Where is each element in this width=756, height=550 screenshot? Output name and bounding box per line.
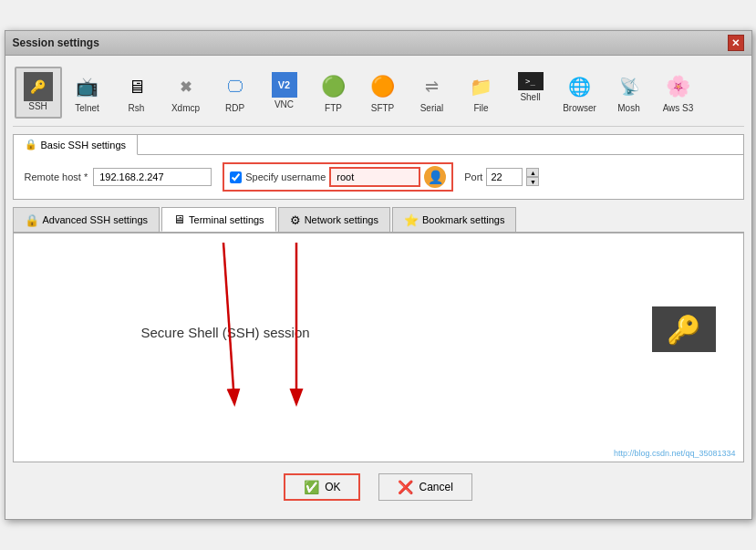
rsh-icon: 🖥	[122, 72, 151, 101]
key-icon: 🔑	[667, 314, 700, 346]
port-decrement-button[interactable]: ▼	[526, 177, 539, 186]
title-bar: Session settings ✕	[5, 31, 751, 56]
protocol-file-label: File	[473, 103, 488, 113]
svg-line-1	[223, 243, 234, 402]
specify-username-checkbox[interactable]	[230, 171, 242, 183]
window-body: 🔑 SSH 📺 Telnet 🖥 Rsh ✖ Xdmcp 🖵 RDP V2	[5, 56, 751, 519]
advanced-ssh-tab-icon: 🔒	[25, 213, 39, 227]
content-inner: Secure Shell (SSH) session 🔑	[14, 233, 743, 462]
serial-icon: ⇌	[418, 72, 447, 101]
advanced-ssh-tab-label: Advanced SSH settings	[43, 214, 149, 225]
protocol-telnet-label: Telnet	[75, 103, 99, 113]
user-icon-button[interactable]: 👤	[424, 166, 446, 188]
protocol-mosh[interactable]: 📡 Mosh	[606, 67, 653, 119]
session-settings-window: Session settings ✕ 🔑 SSH 📺 Telnet 🖥 Rsh …	[5, 30, 752, 520]
specify-username-label: Specify username	[245, 171, 326, 182]
protocol-ftp[interactable]: 🟢 FTP	[310, 67, 357, 119]
basic-settings-tabs: 🔒 Basic SSH settings	[14, 135, 743, 155]
cancel-label: Cancel	[419, 481, 452, 493]
port-spinner: ▲ ▼	[526, 168, 539, 186]
protocol-serial[interactable]: ⇌ Serial	[409, 67, 456, 119]
network-tab-label: Network settings	[305, 214, 378, 225]
ok-icon: ✅	[304, 480, 319, 494]
protocol-xdmcp-label: Xdmcp	[171, 103, 200, 113]
basic-settings-content: Remote host * Specify username 👤 Port ▲ …	[14, 155, 743, 199]
protocol-file[interactable]: 📁 File	[458, 67, 505, 119]
ssh-icon: 🔑	[24, 72, 53, 101]
protocol-awss3[interactable]: 🌸 Aws S3	[655, 67, 702, 119]
protocol-ssh-label: SSH	[28, 101, 47, 111]
button-bar: ✅ OK ❌ Cancel	[13, 462, 744, 512]
protocol-rsh-label: Rsh	[129, 103, 145, 113]
xdmcp-icon: ✖	[171, 72, 201, 101]
cancel-button[interactable]: ❌ Cancel	[378, 473, 471, 501]
protocol-shell[interactable]: >_ Shell	[507, 67, 554, 119]
shell-icon: >_	[518, 72, 544, 90]
remote-host-label: Remote host *	[25, 171, 88, 182]
port-label: Port	[464, 171, 482, 182]
network-tab-icon: ⚙	[290, 213, 301, 227]
arrows-svg	[14, 233, 743, 462]
protocol-awss3-label: Aws S3	[663, 103, 694, 113]
protocol-xdmcp[interactable]: ✖ Xdmcp	[162, 67, 210, 119]
port-increment-button[interactable]: ▲	[526, 168, 539, 177]
tab-bookmark[interactable]: ⭐ Bookmark settings	[392, 207, 516, 232]
terminal-tab-label: Terminal settings	[189, 214, 264, 225]
protocol-rdp-label: RDP	[225, 103, 244, 113]
browser-icon: 🌐	[565, 72, 595, 101]
protocol-telnet[interactable]: 📺 Telnet	[64, 67, 111, 119]
remote-host-input[interactable]	[93, 168, 212, 186]
telnet-icon: 📺	[73, 72, 102, 101]
cancel-icon: ❌	[398, 480, 413, 494]
protocol-ftp-label: FTP	[325, 103, 342, 113]
bookmark-tab-label: Bookmark settings	[422, 214, 504, 225]
protocol-toolbar: 🔑 SSH 📺 Telnet 🖥 Rsh ✖ Xdmcp 🖵 RDP V2	[13, 63, 744, 127]
file-icon: 📁	[467, 72, 496, 101]
protocol-vnc[interactable]: V2 VNC	[261, 67, 308, 119]
basic-ssh-settings-panel: 🔒 Basic SSH settings Remote host * Speci…	[13, 134, 744, 200]
ok-button[interactable]: ✅ OK	[284, 473, 360, 501]
protocol-ssh[interactable]: 🔑 SSH	[15, 67, 62, 119]
close-button[interactable]: ✕	[728, 35, 744, 51]
protocol-sftp-label: SFTP	[371, 103, 395, 113]
port-input[interactable]	[486, 168, 523, 186]
sftp-icon: 🟠	[368, 72, 398, 101]
protocol-sftp[interactable]: 🟠 SFTP	[359, 67, 407, 119]
mosh-icon: 📡	[615, 72, 644, 101]
ssh-session-label: Secure Shell (SSH) session	[141, 325, 310, 340]
username-input[interactable]	[329, 167, 420, 187]
protocol-rdp[interactable]: 🖵 RDP	[212, 67, 259, 119]
protocol-browser[interactable]: 🌐 Browser	[556, 67, 604, 119]
protocol-vnc-label: VNC	[274, 99, 294, 109]
basic-ssh-tab[interactable]: 🔒 Basic SSH settings	[14, 135, 139, 155]
advanced-tabs-bar: 🔒 Advanced SSH settings 🖥 Terminal setti…	[13, 207, 744, 233]
specify-username-group: Specify username 👤	[223, 162, 453, 192]
protocol-shell-label: Shell	[520, 92, 540, 102]
tab-terminal[interactable]: 🖥 Terminal settings	[161, 207, 276, 232]
ftp-icon: 🟢	[319, 72, 348, 101]
rdp-icon: 🖵	[221, 72, 250, 101]
window-title: Session settings	[13, 36, 99, 49]
remote-host-group: Remote host *	[25, 168, 212, 186]
key-icon-box: 🔑	[652, 306, 716, 352]
protocol-mosh-label: Mosh	[617, 103, 639, 113]
protocol-rsh[interactable]: 🖥 Rsh	[113, 67, 161, 119]
watermark: http://blog.csdn.net/qq_35081334	[614, 449, 736, 458]
tab-advanced-ssh[interactable]: 🔒 Advanced SSH settings	[13, 207, 161, 232]
awss3-icon: 🌸	[664, 72, 693, 101]
basic-ssh-tab-icon: 🔒	[25, 139, 37, 150]
vnc-icon: V2	[272, 72, 297, 98]
protocol-serial-label: Serial	[420, 103, 444, 113]
main-content-area: Secure Shell (SSH) session 🔑	[13, 233, 744, 462]
terminal-tab-icon: 🖥	[173, 213, 185, 226]
ok-label: OK	[325, 481, 340, 493]
port-group: Port ▲ ▼	[464, 168, 539, 186]
protocol-browser-label: Browser	[563, 103, 596, 113]
basic-ssh-tab-label: Basic SSH settings	[41, 140, 127, 150]
bookmark-tab-icon: ⭐	[404, 213, 419, 227]
tab-network[interactable]: ⚙ Network settings	[278, 207, 390, 232]
